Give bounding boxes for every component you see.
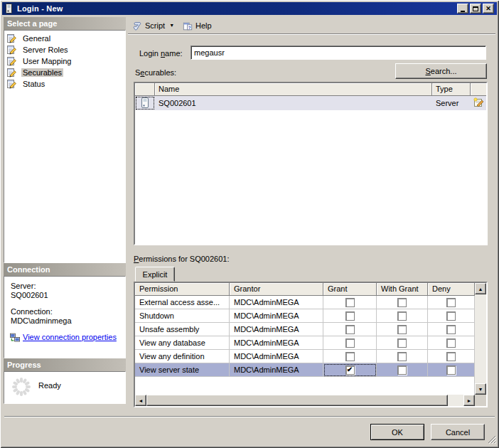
permission-row[interactable]: Unsafe assemblyMDC\AdminMEGA — [135, 323, 475, 336]
search-button[interactable]: Search... — [395, 63, 487, 79]
permission-name: View any definition — [135, 350, 230, 363]
with-grant-checkbox[interactable] — [397, 311, 407, 321]
cancel-button[interactable]: Cancel — [431, 424, 485, 440]
titlebar: Login - New ✕ — [2, 2, 497, 15]
sidebar-item-general[interactable]: General — [4, 33, 125, 44]
with-grant-checkbox[interactable] — [397, 338, 407, 348]
permission-name: View any database — [135, 336, 230, 350]
select-a-page-header: Select a page — [4, 17, 126, 30]
maximize-icon — [473, 6, 478, 11]
select-a-page-label: Select a page — [7, 19, 57, 28]
connection-label: Connection: — [11, 307, 53, 316]
perm-col-header-grant[interactable]: Grant — [323, 283, 377, 296]
permission-name: Shutdown — [135, 309, 230, 323]
permissions-grid-inner: PermissionGrantorGrantWith GrantDeny Ext… — [135, 283, 486, 406]
view-connection-properties-link[interactable]: View connection properties — [23, 333, 117, 341]
permission-grantor: MDC\AdminMEGA — [230, 336, 323, 350]
securables-table-body: SQ002601Server — [135, 96, 486, 110]
securables-col-header-name[interactable]: Name — [155, 83, 432, 96]
login-name-input[interactable] — [191, 46, 486, 60]
close-icon: ✕ — [485, 6, 491, 12]
scrollbar-corner — [475, 395, 486, 406]
grant-cell — [323, 296, 377, 309]
grant-checkbox[interactable] — [345, 325, 355, 334]
connection-properties-icon — [10, 332, 20, 342]
with-grant-checkbox[interactable] — [397, 298, 407, 307]
titlebar-buttons: ✕ — [457, 4, 494, 14]
deny-checkbox[interactable] — [446, 311, 456, 321]
scroll-left-button[interactable]: ◄ — [135, 395, 146, 406]
page-edit-icon — [7, 79, 17, 89]
securable-edit-cell[interactable] — [471, 96, 486, 110]
page-list-panel: GeneralServer RolesUser MappingSecurable… — [4, 30, 126, 263]
with-grant-cell — [377, 296, 428, 309]
horizontal-scrollbar[interactable]: ◄ ► — [135, 395, 475, 406]
with-grant-checkbox[interactable] — [397, 325, 407, 334]
help-button[interactable]: ? Help — [178, 18, 216, 33]
grant-checkbox[interactable] — [345, 352, 355, 361]
grant-checkbox[interactable]: ✔ — [345, 366, 355, 375]
securables-col-header-blank — [471, 83, 486, 96]
close-button[interactable]: ✕ — [483, 4, 494, 14]
permission-name: External access asse... — [135, 296, 230, 309]
scroll-right-button[interactable]: ► — [463, 395, 475, 406]
minimize-button[interactable] — [457, 4, 468, 14]
with-grant-checkbox[interactable] — [397, 366, 407, 375]
ok-button[interactable]: OK — [370, 424, 424, 440]
sidebar-item-label: Server Roles — [21, 46, 70, 54]
grant-checkbox[interactable] — [345, 311, 355, 321]
permission-grantor: MDC\AdminMEGA — [230, 309, 323, 323]
perm-col-header-with-grant[interactable]: With Grant — [377, 283, 428, 296]
script-button[interactable]: Script ▼ — [128, 18, 178, 33]
script-icon — [132, 21, 142, 31]
deny-checkbox[interactable] — [446, 325, 456, 334]
maximize-button[interactable] — [470, 4, 481, 14]
vertical-scrollbar[interactable]: ▲ ▼ — [475, 283, 486, 395]
permission-row[interactable]: External access asse...MDC\AdminMEGA — [135, 296, 475, 309]
grant-cell — [323, 350, 377, 363]
securables-col-header-type[interactable]: Type — [432, 83, 471, 96]
perm-col-header-grantor[interactable]: Grantor — [230, 283, 323, 296]
tab-explicit[interactable]: Explicit — [135, 267, 175, 282]
grant-checkbox[interactable] — [345, 298, 355, 307]
with-grant-cell — [377, 323, 428, 336]
toolbar: Script ▼ ? Help — [128, 17, 495, 34]
securable-icon-cell[interactable] — [135, 96, 155, 110]
permission-row[interactable]: View server stateMDC\AdminMEGA✔ — [135, 363, 475, 377]
perm-col-header-deny[interactable]: Deny — [428, 283, 475, 296]
page-edit-icon — [7, 45, 17, 55]
page-edit-icon — [7, 56, 17, 66]
securables-row[interactable]: SQ002601Server — [135, 96, 486, 110]
permission-row[interactable]: View any definitionMDC\AdminMEGA — [135, 350, 475, 363]
permission-row[interactable]: ShutdownMDC\AdminMEGA — [135, 309, 475, 323]
horizontal-scroll-thumb[interactable] — [146, 395, 448, 406]
deny-checkbox[interactable] — [446, 298, 456, 307]
sidebar-item-label: General — [21, 34, 52, 43]
securables-label: Securables: — [135, 68, 176, 77]
help-label: Help — [195, 21, 212, 30]
sidebar-item-user-mapping[interactable]: User Mapping — [4, 55, 125, 67]
permission-grantor: MDC\AdminMEGA — [230, 296, 323, 309]
deny-cell — [428, 323, 475, 336]
sidebar-item-securables[interactable]: Securables — [4, 67, 125, 78]
sidebar-item-status[interactable]: Status — [4, 78, 125, 90]
perm-col-header-permission[interactable]: Permission — [135, 283, 230, 296]
permission-grantor: MDC\AdminMEGA — [230, 323, 323, 336]
connection-value: MDC\adminmega — [11, 316, 72, 325]
ok-button-label: OK — [392, 428, 403, 437]
securable-name: SQ002601 — [155, 96, 432, 110]
sidebar-item-server-roles[interactable]: Server Roles — [4, 44, 125, 55]
securables-table-header: NameType — [135, 83, 486, 96]
deny-checkbox[interactable] — [446, 338, 456, 348]
scroll-up-button[interactable]: ▲ — [475, 283, 486, 294]
progress-status: Ready — [38, 381, 61, 390]
deny-checkbox[interactable] — [446, 352, 456, 361]
scroll-down-button[interactable]: ▼ — [475, 383, 486, 395]
deny-checkbox[interactable] — [446, 366, 456, 375]
resize-grip-icon[interactable] — [488, 435, 496, 444]
progress-header-label: Progress — [7, 361, 41, 369]
window-title: Login - New — [17, 4, 63, 13]
grant-checkbox[interactable] — [345, 338, 355, 348]
permission-row[interactable]: View any databaseMDC\AdminMEGA — [135, 336, 475, 350]
with-grant-checkbox[interactable] — [397, 352, 407, 361]
